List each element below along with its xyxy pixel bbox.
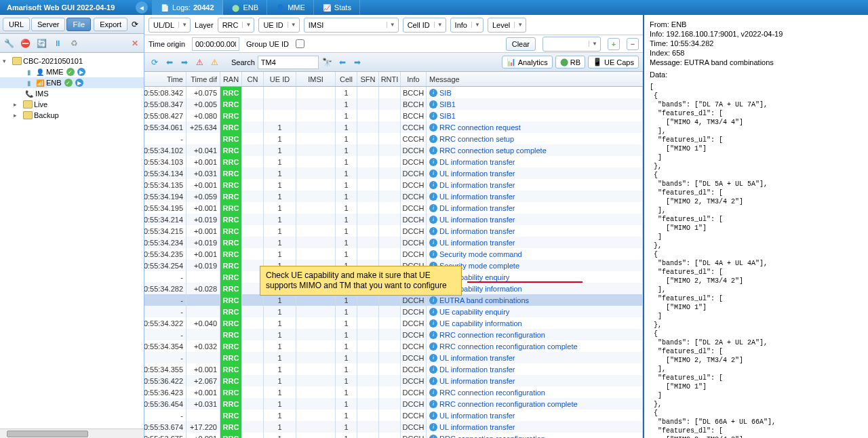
tab-mme[interactable]: 👤 MME bbox=[267, 0, 314, 15]
table-row[interactable]: -RRC11CCCHiRRC connection setup bbox=[144, 133, 643, 144]
col-ueid[interactable]: UE ID bbox=[264, 72, 296, 86]
add-icon[interactable]: + bbox=[608, 38, 620, 50]
table-row[interactable]: 10:55:36.423+0.001RRC11DCCHiRRC connecti… bbox=[144, 386, 643, 398]
expand-icon[interactable]: ▸ bbox=[14, 112, 22, 119]
detail-data-label: Data: bbox=[650, 71, 667, 79]
col-diff[interactable]: Time dif bbox=[186, 72, 220, 86]
clear-select[interactable]: ▼ bbox=[542, 37, 601, 52]
wrench-icon[interactable]: 🔧 bbox=[3, 37, 15, 49]
table-row[interactable]: 10:55:34.234+0.019RRC11DCCHiUL informati… bbox=[144, 237, 643, 248]
binoculars-icon[interactable]: 🔭 bbox=[321, 56, 334, 68]
col-info[interactable]: Info bbox=[401, 72, 427, 86]
filter-imsi[interactable]: IMSI▼ bbox=[304, 18, 399, 33]
file-button[interactable]: File bbox=[66, 18, 91, 31]
col-ran[interactable]: RAN bbox=[220, 72, 242, 86]
info-icon: i bbox=[429, 377, 437, 385]
tree-live[interactable]: ▸ Live bbox=[0, 99, 144, 110]
info-icon: i bbox=[429, 146, 437, 155]
table-row[interactable]: 10:55:36.454+0.031RRC11DCCHiRRC connecti… bbox=[144, 398, 643, 410]
search-next-icon[interactable]: ➡ bbox=[351, 56, 363, 68]
filter-uldl[interactable]: UL/DL▼ bbox=[149, 18, 191, 33]
table-row[interactable]: 10:55:08.347+0.005RRC1BCCHiSIB1 bbox=[144, 98, 643, 110]
col-cn[interactable]: CN bbox=[242, 72, 264, 86]
table-row[interactable]: -RRC11DCCHiUL information transfer bbox=[144, 410, 643, 421]
reload-icon[interactable]: 🔄 bbox=[35, 37, 47, 49]
table-row[interactable]: 10:55:36.422+2.067RRC11DCCHiUL informati… bbox=[144, 375, 643, 386]
table-row[interactable]: 10:55:34.134+0.031RRC11DCCHiUL informati… bbox=[144, 167, 643, 179]
person-icon: 👤 bbox=[35, 68, 45, 76]
table-row[interactable]: -RRC11DCCHiUE capability enquiry bbox=[144, 306, 643, 317]
url-button[interactable]: URL bbox=[3, 18, 30, 31]
search-prev-icon[interactable]: ⬅ bbox=[336, 56, 349, 68]
nav-fwd-icon[interactable]: ➡ bbox=[178, 56, 191, 68]
table-row[interactable]: 10:55:34.235+0.001RRC11DCCHiSecurity mod… bbox=[144, 248, 643, 260]
clear-button[interactable]: Clear bbox=[506, 37, 536, 51]
refresh-icon[interactable]: ⟳ bbox=[149, 56, 161, 68]
pause-icon[interactable]: ⏸ bbox=[52, 37, 64, 49]
stop-icon[interactable]: ⛔ bbox=[19, 37, 31, 49]
table-row[interactable]: 10:55:34.322+0.040RRC11DCCHiUE capabilit… bbox=[144, 317, 643, 329]
col-msg[interactable]: Message bbox=[427, 72, 643, 86]
enb-icon: ⬤ bbox=[231, 3, 241, 12]
analytics-button[interactable]: 📊Analytics bbox=[502, 56, 553, 68]
export-button[interactable]: Export bbox=[94, 18, 127, 31]
table-row[interactable]: 10:55:34.214+0.019RRC11DCCHiUL informati… bbox=[144, 214, 643, 225]
left-hscroll[interactable] bbox=[0, 429, 144, 438]
group-ueid-label: Group UE ID bbox=[246, 40, 289, 48]
table-row[interactable]: 10:55:34.215+0.001RRC11DCCHiDL informati… bbox=[144, 225, 643, 237]
tab-enb[interactable]: ⬤ ENB bbox=[223, 0, 268, 15]
tree-root[interactable]: ▾ CBC-2021050101 bbox=[0, 56, 144, 66]
table-row[interactable]: -RRC11DCCHiRRC connection reconfiguratio… bbox=[144, 329, 643, 340]
search-input[interactable] bbox=[258, 56, 319, 69]
table-row[interactable]: 10:55:53.674+17.220RRC11DCCHiUL informat… bbox=[144, 421, 643, 433]
uecaps-button[interactable]: 📱UE Caps bbox=[588, 56, 639, 68]
tree-ims[interactable]: 📞 IMS bbox=[0, 88, 144, 99]
table-row[interactable]: 10:55:34.061+25.634RRC11CCCHiRRC connect… bbox=[144, 121, 643, 133]
refresh-icon[interactable]: ⟳ bbox=[129, 18, 141, 31]
table-row[interactable]: -RRC11DCCHiEUTRA band combinations bbox=[144, 294, 643, 306]
info-icon: i bbox=[429, 319, 437, 327]
table-row[interactable]: 10:55:34.354+0.032RRC11DCCHiRRC connecti… bbox=[144, 340, 643, 352]
table-row[interactable]: 10:55:34.355+0.001RRC11DCCHiDL informati… bbox=[144, 363, 643, 375]
table-row[interactable]: 10:55:53.675+0.001RRC11DCCHiRRC connecti… bbox=[144, 433, 643, 438]
filter-info[interactable]: Info▼ bbox=[450, 18, 484, 33]
chart-icon: 📊 bbox=[507, 58, 516, 66]
table-row[interactable]: 10:55:34.102+0.041RRC11DCCHiRRC connecti… bbox=[144, 144, 643, 156]
expand-icon[interactable]: ▸ bbox=[14, 101, 22, 108]
warn-icon[interactable]: ⚠ bbox=[193, 56, 205, 68]
col-time[interactable]: Time bbox=[144, 72, 186, 86]
table-row[interactable]: 10:55:34.103+0.001RRC11DCCHiDL informati… bbox=[144, 156, 643, 167]
collapse-left-icon[interactable]: ◄ bbox=[136, 1, 148, 14]
rb-button[interactable]: ⬤RB bbox=[555, 56, 585, 68]
time-origin-input[interactable] bbox=[192, 37, 239, 51]
table-row[interactable]: 10:55:34.135+0.001RRC11DCCHiDL informati… bbox=[144, 179, 643, 191]
filter-layer[interactable]: RRC▼ bbox=[218, 18, 255, 33]
tab-stats[interactable]: 📈 Stats bbox=[314, 0, 360, 15]
table-row[interactable]: 10:55:08.427+0.080RRC1BCCHiSIB1 bbox=[144, 110, 643, 121]
table-body[interactable]: 10:55:08.342+0.075RRC1BCCHiSIB10:55:08.3… bbox=[144, 87, 643, 438]
col-cell[interactable]: Cell bbox=[336, 72, 357, 86]
server-button[interactable]: Server bbox=[31, 18, 65, 31]
table-row[interactable]: 10:55:34.195+0.001RRC11DCCHiDL informati… bbox=[144, 202, 643, 214]
table-row[interactable]: 10:55:08.342+0.075RRC1BCCHiSIB bbox=[144, 87, 643, 98]
tree-enb[interactable]: ▮ 📶 ENB ✓ ▶ bbox=[0, 77, 144, 88]
remove-icon[interactable]: − bbox=[627, 38, 639, 50]
tree-backup[interactable]: ▸ Backup bbox=[0, 110, 144, 121]
filter-ueid[interactable]: UE ID▼ bbox=[258, 18, 299, 33]
group-ueid-checkbox[interactable] bbox=[296, 39, 304, 48]
col-sfn[interactable]: SFN bbox=[357, 72, 379, 86]
filter-cellid[interactable]: Cell ID▼ bbox=[403, 18, 446, 33]
nav-back-icon[interactable]: ⬅ bbox=[163, 56, 176, 68]
close-icon[interactable]: ✕ bbox=[129, 37, 141, 49]
col-imsi[interactable]: IMSI bbox=[296, 72, 336, 86]
table-row[interactable]: -RRC11DCCHiUL information transfer bbox=[144, 352, 643, 363]
col-rnti[interactable]: RNTI bbox=[379, 72, 401, 86]
tree-mme[interactable]: ▮ 👤 MME ✓ ▶ bbox=[0, 66, 144, 77]
collapse-icon[interactable]: ▾ bbox=[3, 58, 11, 64]
recycle-icon[interactable]: ♻ bbox=[68, 37, 80, 49]
tab-logs[interactable]: 📄 Logs: 20442 bbox=[152, 0, 223, 15]
antenna-icon: 📶 bbox=[35, 79, 45, 87]
warn2-icon[interactable]: ⚠ bbox=[208, 56, 220, 68]
filter-level[interactable]: Level▼ bbox=[488, 18, 526, 33]
table-row[interactable]: 10:55:34.194+0.059RRC11DCCHiUL informati… bbox=[144, 191, 643, 202]
